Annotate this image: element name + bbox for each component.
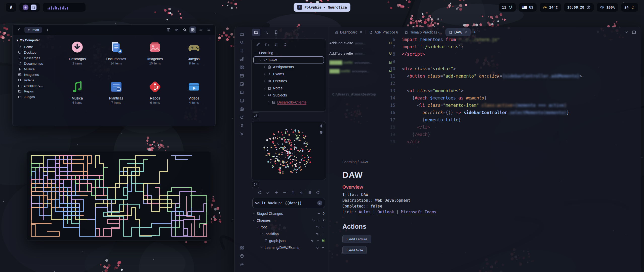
search-button[interactable] — [181, 26, 188, 33]
tree-item-lectures[interactable]: Lectures — [252, 78, 326, 85]
ribbon-daily-note-button[interactable] — [237, 72, 246, 80]
sidebar-item-juegos[interactable]: Juegos — [17, 94, 54, 99]
add-lecture-button[interactable]: + Add Lecture — [342, 235, 371, 243]
ribbon-bookmarks-button[interactable] — [237, 47, 246, 55]
git-unstage-all-button[interactable] — [281, 189, 288, 196]
ribbon-sync-button[interactable] — [237, 113, 246, 121]
widget-updates[interactable]: 11 — [499, 3, 516, 12]
tree-item-exams[interactable]: Exams — [252, 71, 326, 78]
app-shortcut-2-button[interactable] — [31, 5, 36, 10]
launcher-button[interactable]: Λ — [6, 3, 17, 12]
tree-item-daw[interactable]: DAW — [253, 56, 324, 63]
back-button[interactable] — [16, 26, 22, 33]
new-note-button[interactable] — [254, 41, 262, 48]
ribbon-canvas-button[interactable] — [237, 63, 246, 72]
ribbon-close-button[interactable] — [237, 130, 246, 138]
git-commit-button[interactable] — [264, 189, 272, 196]
gear-icon[interactable] — [319, 124, 323, 128]
close-icon[interactable] — [464, 31, 467, 34]
folder-repos[interactable]: Repos6 items — [136, 78, 175, 116]
tree-item-desarrollo-cliente[interactable]: Desarrollo-Cliente — [252, 99, 326, 106]
list-view-button[interactable] — [197, 26, 204, 33]
sidebar-tab-files[interactable] — [252, 29, 260, 36]
ribbon-settings-button[interactable] — [237, 260, 246, 268]
ribbon-reading-mode-button[interactable] — [237, 88, 246, 96]
sidebar-tab-search[interactable] — [262, 29, 270, 36]
breadcrumb[interactable]: matt — [24, 27, 42, 33]
plus-icon[interactable] — [321, 232, 325, 235]
sidebar-item-repos[interactable]: Repos — [17, 88, 54, 94]
undo-icon[interactable] — [316, 246, 319, 249]
folder-plantillas[interactable]: Plantillas7 items — [97, 78, 136, 116]
git-row-learning-daw-exams[interactable]: Learning/DAW/Exams — [249, 244, 329, 251]
widget-keyboard-layout[interactable]: US — [518, 3, 537, 12]
git-backup-button[interactable] — [256, 189, 263, 196]
ribbon-search-button[interactable] — [237, 38, 246, 47]
collapse-all-button[interactable] — [281, 41, 289, 48]
folder-juegos[interactable]: Juegos8 items — [175, 39, 214, 77]
sidebar-item-desktop[interactable]: Desktop — [17, 50, 54, 55]
undo-icon[interactable] — [311, 239, 314, 242]
plus-icon[interactable] — [316, 239, 319, 242]
ribbon-graph-view-button[interactable] — [237, 55, 246, 63]
tree-item-subjects[interactable]: Subjects — [252, 92, 326, 99]
sidebar-item-musica[interactable]: Musica — [17, 66, 54, 72]
sidebar-tab-bookmarks[interactable] — [272, 29, 280, 36]
undo-icon[interactable] — [312, 219, 315, 222]
sidebar-item-obsidian-v[interactable]: Obsidian V... — [17, 83, 54, 88]
add-note-button[interactable]: + Add Note — [342, 246, 367, 254]
app-shortcut-1-button[interactable] — [23, 5, 28, 10]
magnet-icon[interactable] — [319, 131, 323, 135]
link-microsoft-teams[interactable]: Microsoft Teams — [401, 210, 436, 214]
tree-item-notes[interactable]: Notes — [252, 85, 326, 92]
new-folder-button[interactable] — [173, 26, 180, 33]
undo-icon[interactable] — [316, 232, 319, 235]
tab-asp-practice-6[interactable]: ASP Practice 6 — [366, 28, 401, 36]
ribbon-random-note-button[interactable] — [237, 96, 246, 105]
link-outlook[interactable]: Outlook — [378, 210, 394, 214]
chevron-down-icon[interactable] — [624, 30, 628, 34]
plus-icon[interactable] — [317, 219, 320, 222]
tab-dashboard[interactable]: Dashboard — [331, 28, 366, 36]
sort-order-button[interactable] — [272, 41, 280, 48]
link-aules[interactable]: Aules — [359, 210, 371, 214]
new-folder-button[interactable] — [263, 41, 271, 48]
sidebar-item-imagenes[interactable]: Imagenes — [17, 72, 54, 77]
git-panel-tab[interactable] — [252, 181, 259, 188]
undo-icon[interactable] — [316, 225, 319, 229]
git-row-obsidian[interactable]: .obsidian — [249, 230, 329, 237]
ribbon-currency-button[interactable] — [237, 121, 246, 130]
graph-panel-tab[interactable] — [252, 112, 259, 119]
tab-daw[interactable]: DAW — [446, 28, 471, 36]
git-row-changes[interactable]: Changes2 — [249, 217, 329, 224]
git-pull-button[interactable] — [297, 189, 305, 196]
folder-musica[interactable]: Musica6 items — [58, 78, 97, 116]
ribbon-screenshot-button[interactable] — [237, 105, 246, 113]
commit-message-input[interactable]: vault backup: {{date}} ✕ — [252, 198, 325, 208]
ribbon-vault-switcher-button[interactable] — [237, 244, 246, 252]
sidebar-item-descargas[interactable]: Descargas — [17, 55, 54, 61]
widget-volume[interactable]: 100% — [596, 3, 618, 12]
git-row-staged-changes[interactable]: Staged Changes0 — [249, 210, 329, 217]
tree-item-assignments[interactable]: Assignments — [252, 63, 326, 71]
new-tab-button[interactable]: + — [471, 28, 479, 36]
git-row-graph-json[interactable]: graph.jsonM — [249, 237, 329, 244]
clear-message-button[interactable]: ✕ — [317, 200, 322, 206]
tab-tema-6-pr-cticas[interactable]: Tema 6 Prácticas -... — [401, 28, 446, 36]
widget-notifications[interactable]: 24 — [621, 3, 638, 12]
ribbon-help-button[interactable] — [237, 252, 246, 260]
git-push-button[interactable] — [289, 189, 297, 196]
sidebar-item-videos[interactable]: Videos — [17, 77, 54, 83]
folder-descargas[interactable]: Descargas2 items — [58, 39, 97, 77]
folder-imagenes[interactable]: Imagenes10 items — [136, 39, 175, 77]
git-stage-all-button[interactable] — [272, 189, 280, 196]
minus-icon[interactable] — [317, 212, 320, 215]
plus-icon[interactable] — [321, 246, 325, 249]
git-row-root[interactable]: root — [249, 224, 329, 230]
plus-icon[interactable] — [321, 225, 325, 229]
ribbon-files-button[interactable] — [237, 30, 246, 38]
now-playing-widget[interactable]: ♪ Polyphia - Neurotica — [294, 3, 350, 12]
git-refresh-button[interactable] — [314, 189, 321, 196]
sidebar-item-documentos[interactable]: Documentos — [17, 61, 54, 66]
grid-view-button[interactable] — [189, 26, 196, 33]
